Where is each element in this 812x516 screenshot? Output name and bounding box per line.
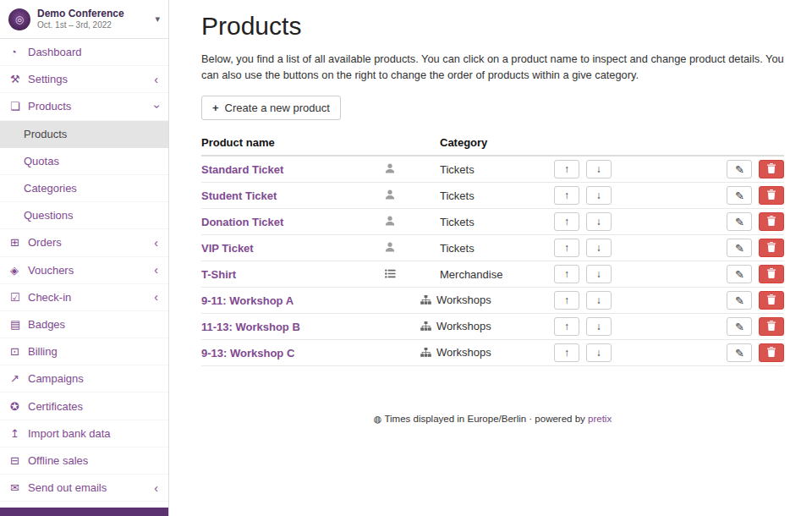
sidebar-item-orders[interactable]: ⊞ Orders ‹ bbox=[0, 229, 168, 256]
sidebar-item-label: Settings bbox=[28, 73, 154, 85]
edit-button[interactable]: ✎ bbox=[727, 317, 752, 336]
edit-button[interactable]: ✎ bbox=[727, 186, 752, 205]
sidebar-subitem-quotas[interactable]: Quotas bbox=[0, 148, 168, 175]
product-link[interactable]: 11-13: Workshop B bbox=[201, 321, 300, 333]
move-up-button[interactable]: ↑ bbox=[554, 212, 579, 231]
create-product-button[interactable]: + Create a new product bbox=[201, 96, 341, 120]
event-info: Demo Conference Oct. 1st – 3rd, 2022 bbox=[37, 8, 148, 30]
sitemap-icon bbox=[420, 321, 431, 331]
chevron-left-icon: ‹ bbox=[154, 263, 158, 277]
edit-button[interactable]: ✎ bbox=[727, 343, 752, 362]
delete-button[interactable] bbox=[759, 212, 784, 231]
sidebar-item-certificates[interactable]: ✪ Certificates bbox=[0, 392, 168, 420]
delete-button[interactable] bbox=[759, 239, 784, 257]
delete-button[interactable] bbox=[759, 343, 784, 362]
sidebar-item-import-bank-data[interactable]: ↥ Import bank data bbox=[0, 420, 168, 447]
move-down-button[interactable]: ↓ bbox=[586, 212, 612, 231]
cart-icon: ⊞ bbox=[10, 236, 28, 249]
move-up-button[interactable]: ↑ bbox=[554, 343, 579, 362]
event-switcher[interactable]: ◎ Demo Conference Oct. 1st – 3rd, 2022 ▾ bbox=[0, 0, 168, 39]
move-up-button[interactable]: ↑ bbox=[554, 186, 579, 205]
edit-button[interactable]: ✎ bbox=[727, 265, 752, 283]
product-link[interactable]: T-Shirt bbox=[201, 268, 236, 281]
arrow-up-icon: ↑ bbox=[564, 268, 569, 280]
trash-icon bbox=[767, 242, 776, 255]
edit-button[interactable]: ✎ bbox=[727, 239, 752, 257]
arrow-down-icon: ↓ bbox=[596, 242, 601, 254]
ticket-icon: ❏ bbox=[10, 100, 28, 113]
product-link[interactable]: Donation Ticket bbox=[201, 216, 283, 228]
upload-icon: ↥ bbox=[10, 427, 28, 440]
trash-icon bbox=[767, 321, 776, 333]
sidebar-subitem-products[interactable]: Products bbox=[0, 121, 168, 148]
sidebar-item-label: Questions bbox=[24, 209, 158, 222]
event-name: Demo Conference bbox=[37, 8, 148, 19]
table-row: 9-13: Workshop C Workshops ↑ ↓ ✎ bbox=[201, 340, 784, 366]
pretix-link[interactable]: pretix bbox=[588, 414, 612, 424]
sidebar-item-label: Offline sales bbox=[28, 454, 158, 467]
move-down-button[interactable]: ↓ bbox=[586, 291, 612, 310]
move-down-button[interactable]: ↓ bbox=[586, 186, 612, 205]
trash-icon bbox=[767, 163, 776, 176]
arrow-up-icon: ↑ bbox=[564, 242, 569, 254]
check-square-icon: ☑ bbox=[10, 291, 28, 304]
product-link[interactable]: Standard Ticket bbox=[201, 163, 283, 176]
footer-text: Times displayed in Europe/Berlin · power… bbox=[384, 414, 584, 424]
event-logo-icon: ◎ bbox=[8, 8, 30, 30]
page-description: Below, you find a list of all available … bbox=[201, 51, 784, 83]
sidebar-subitem-questions[interactable]: Questions bbox=[0, 202, 168, 229]
column-header-product-name: Product name bbox=[201, 132, 385, 156]
move-up-button[interactable]: ↑ bbox=[554, 265, 579, 283]
chevron-left-icon: ‹ bbox=[154, 236, 158, 250]
sidebar-item-label: Categories bbox=[24, 182, 158, 195]
chevron-down-icon: ‹ bbox=[150, 105, 163, 109]
sidebar-item-vouchers[interactable]: ◈ Vouchers ‹ bbox=[0, 257, 168, 284]
product-category: Tickets bbox=[440, 156, 554, 183]
product-link[interactable]: 9-11: Workshop A bbox=[201, 294, 294, 307]
product-link[interactable]: Student Ticket bbox=[201, 189, 277, 202]
product-link[interactable]: 9-13: Workshop C bbox=[201, 347, 294, 360]
product-category: Workshops bbox=[436, 346, 491, 359]
move-down-button[interactable]: ↓ bbox=[586, 343, 612, 362]
edit-button[interactable]: ✎ bbox=[727, 291, 752, 310]
move-up-button[interactable]: ↑ bbox=[554, 317, 579, 336]
table-row: T-Shirt Merchandise ↑ ↓ ✎ bbox=[201, 261, 784, 288]
move-up-button[interactable]: ↑ bbox=[554, 239, 579, 257]
arrow-up-icon: ↑ bbox=[564, 347, 569, 359]
sidebar-item-send-emails[interactable]: ✉ Send out emails ‹ bbox=[0, 475, 168, 502]
caret-down-icon: ▾ bbox=[155, 14, 160, 25]
arrow-down-icon: ↓ bbox=[596, 294, 601, 306]
sidebar-item-dashboard[interactable]: ◔ Dashboard bbox=[0, 39, 168, 66]
move-down-button[interactable]: ↓ bbox=[586, 265, 612, 283]
table-row: Student Ticket Tickets ↑ ↓ ✎ bbox=[201, 183, 784, 209]
column-header-category: Category bbox=[440, 132, 554, 156]
move-down-button[interactable]: ↓ bbox=[586, 239, 612, 257]
delete-button[interactable] bbox=[759, 317, 784, 336]
delete-button[interactable] bbox=[759, 186, 784, 205]
sidebar-item-checkin[interactable]: ☑ Check-in ‹ bbox=[0, 284, 168, 311]
move-up-button[interactable]: ↑ bbox=[554, 291, 579, 310]
sidebar-subitem-categories[interactable]: Categories bbox=[0, 175, 168, 202]
delete-button[interactable] bbox=[759, 265, 784, 283]
sidebar-item-billing[interactable]: ⊡ Billing bbox=[0, 338, 168, 365]
chevron-left-icon: ‹ bbox=[154, 73, 158, 86]
sidebar-item-label: Products bbox=[28, 100, 154, 113]
main-content: Products Below, you find a list of all a… bbox=[169, 0, 812, 516]
sidebar-item-campaigns[interactable]: ↗ Campaigns bbox=[0, 365, 168, 392]
sidebar-item-settings[interactable]: ⚒ Settings ‹ bbox=[0, 66, 168, 93]
create-product-label: Create a new product bbox=[225, 102, 330, 114]
move-up-button[interactable]: ↑ bbox=[554, 160, 579, 178]
delete-button[interactable] bbox=[759, 160, 784, 178]
sidebar-item-products[interactable]: ❏ Products ‹ bbox=[0, 93, 168, 120]
line-chart-icon: ↗ bbox=[10, 372, 28, 385]
sidebar-item-offline-sales[interactable]: ⊟ Offline sales bbox=[0, 447, 168, 475]
product-category: Workshops bbox=[436, 294, 491, 306]
edit-button[interactable]: ✎ bbox=[727, 212, 752, 231]
move-down-button[interactable]: ↓ bbox=[586, 317, 612, 336]
move-down-button[interactable]: ↓ bbox=[586, 160, 612, 178]
sidebar: ◎ Demo Conference Oct. 1st – 3rd, 2022 ▾… bbox=[0, 0, 169, 516]
product-link[interactable]: VIP Ticket bbox=[201, 242, 254, 255]
edit-button[interactable]: ✎ bbox=[727, 160, 752, 178]
sidebar-item-badges[interactable]: ▤ Badges bbox=[0, 311, 168, 338]
delete-button[interactable] bbox=[759, 291, 784, 310]
